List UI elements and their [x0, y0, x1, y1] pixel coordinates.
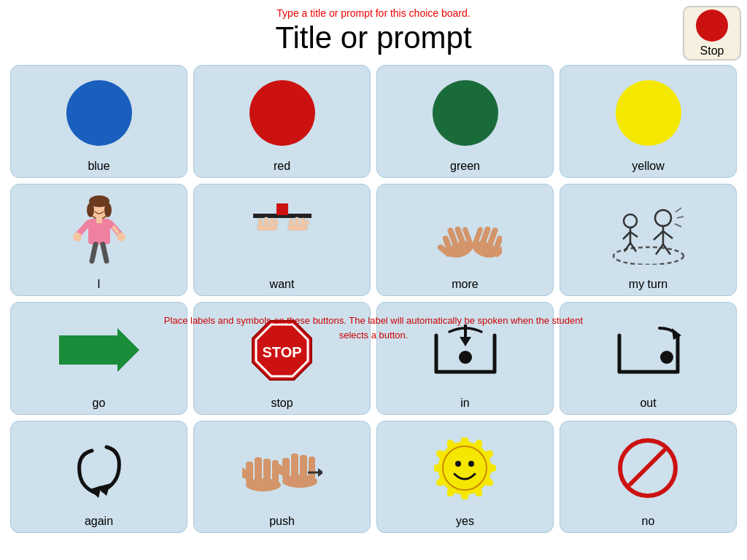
go-label: go — [93, 397, 106, 410]
svg-line-51 — [677, 217, 684, 218]
svg-marker-53 — [59, 328, 139, 372]
cell-more[interactable]: more — [376, 184, 554, 297]
yes-label: yes — [456, 515, 474, 528]
want-icon — [198, 189, 365, 276]
svg-rect-16 — [258, 219, 263, 226]
cell-no[interactable]: no — [560, 421, 737, 534]
svg-point-94 — [468, 461, 474, 467]
no-label: no — [642, 515, 655, 528]
cell-want[interactable]: want — [193, 184, 371, 297]
cell-in[interactable]: in — [376, 302, 554, 415]
cell-i[interactable]: I — [10, 184, 187, 297]
cell-go[interactable]: go — [10, 302, 187, 415]
again-icon — [15, 426, 182, 513]
myturn-icon — [565, 189, 732, 276]
svg-point-60 — [660, 351, 673, 364]
go-icon — [15, 307, 182, 394]
svg-marker-59 — [460, 337, 471, 346]
page-title[interactable]: Title or prompt — [0, 20, 747, 55]
svg-line-42 — [624, 243, 630, 252]
svg-rect-17 — [264, 217, 268, 226]
svg-rect-5 — [96, 217, 102, 223]
svg-rect-21 — [289, 219, 293, 226]
cell-red[interactable]: red — [193, 65, 371, 178]
cell-myturn[interactable]: my turn — [560, 184, 737, 297]
cell-again[interactable]: again — [10, 421, 187, 534]
in-icon — [382, 307, 549, 394]
svg-rect-19 — [274, 219, 278, 226]
more-icon — [382, 189, 549, 276]
svg-line-11 — [92, 244, 96, 261]
svg-point-3 — [104, 203, 112, 217]
myturn-label: my turn — [629, 278, 667, 291]
svg-rect-23 — [301, 218, 305, 226]
stop-label: stop — [271, 397, 293, 410]
svg-rect-22 — [295, 217, 299, 226]
green-icon — [382, 70, 549, 157]
svg-point-38 — [624, 214, 637, 228]
svg-line-40 — [623, 232, 630, 239]
no-icon — [565, 426, 732, 513]
svg-line-50 — [676, 208, 681, 212]
svg-line-47 — [663, 231, 673, 238]
svg-marker-77 — [318, 468, 322, 477]
i-icon — [15, 189, 182, 276]
svg-rect-14 — [276, 203, 288, 215]
out-label: out — [640, 397, 656, 410]
svg-text:STOP: STOP — [262, 344, 301, 360]
svg-point-44 — [655, 210, 671, 226]
svg-point-74 — [282, 475, 317, 488]
svg-line-46 — [654, 231, 663, 240]
svg-line-96 — [630, 451, 664, 484]
cell-yes[interactable]: yes — [376, 421, 554, 534]
yes-icon — [382, 426, 549, 513]
yellow-icon — [565, 70, 732, 157]
svg-line-43 — [630, 243, 636, 252]
out-icon — [565, 307, 732, 394]
svg-point-68 — [246, 478, 281, 491]
svg-line-41 — [630, 232, 638, 237]
svg-rect-18 — [270, 218, 274, 226]
cell-out[interactable]: out — [560, 302, 737, 415]
svg-line-52 — [675, 224, 681, 227]
yellow-label: yellow — [632, 160, 664, 173]
want-label: want — [270, 278, 295, 291]
prompt-hint: Type a title or prompt for this choice b… — [0, 7, 747, 19]
stop-icon — [696, 9, 728, 42]
stop-button[interactable]: Stop — [683, 6, 741, 61]
choice-grid: blue red green yellow — [0, 59, 747, 539]
svg-point-2 — [87, 203, 94, 217]
blue-label: blue — [88, 160, 109, 173]
red-icon — [198, 70, 365, 157]
green-label: green — [450, 160, 480, 173]
more-label: more — [452, 278, 478, 291]
svg-point-9 — [117, 233, 125, 241]
cell-yellow[interactable]: yellow — [560, 65, 737, 178]
red-label: red — [274, 160, 290, 173]
svg-point-57 — [459, 351, 472, 364]
svg-rect-24 — [305, 219, 309, 226]
svg-line-12 — [103, 244, 107, 261]
stop-label: Stop — [700, 44, 724, 58]
cell-push[interactable]: push — [193, 421, 371, 534]
svg-point-93 — [455, 461, 461, 467]
cell-green[interactable]: green — [376, 65, 554, 178]
push-icon — [198, 426, 365, 513]
again-label: again — [85, 515, 113, 528]
in-label: in — [460, 397, 469, 410]
cell-blue[interactable]: blue — [10, 65, 187, 178]
blue-icon — [15, 70, 182, 157]
cell-stop[interactable]: STOP stop — [193, 302, 371, 415]
svg-point-8 — [73, 233, 82, 241]
page-header: Type a title or prompt for this choice b… — [0, 0, 747, 59]
push-label: push — [269, 515, 295, 528]
svg-point-37 — [614, 247, 684, 265]
svg-line-48 — [656, 244, 663, 254]
stop-sign-icon: STOP — [198, 307, 365, 394]
i-label: I — [97, 278, 100, 291]
